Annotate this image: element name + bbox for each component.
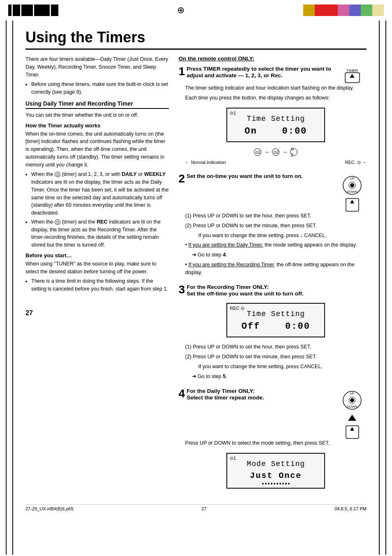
svg-point-6	[350, 183, 354, 187]
display-line1-step3: Time Setting	[232, 309, 319, 320]
step-3-text: For the Recording Timer ONLY:Set the off…	[187, 284, 367, 297]
black-block-1	[8, 5, 12, 16]
display-line1-step1: Time Setting	[232, 113, 319, 125]
timer-button-svg: TIMER	[343, 66, 362, 84]
footer-center: 27	[201, 506, 206, 511]
color-block-red1	[315, 5, 326, 16]
footer-right: 04.8.5, 6:17 PM	[334, 506, 367, 511]
page-footer: 27-29_UX-HB4(B)6.p65 27 04.8.5, 6:17 PM	[25, 504, 367, 513]
page-title: Using the Timers	[25, 29, 367, 50]
rec-label: REC. ⊙ →	[345, 159, 367, 166]
color-blocks-right	[303, 5, 384, 16]
circle-1: ⊙1	[254, 148, 261, 156]
step-3-cancel: If you want to change the time setting, …	[198, 363, 367, 371]
circle-2: ⊙2	[272, 148, 279, 156]
normal-indication-label: ← Normal indication	[185, 159, 226, 166]
arrow-2: →	[282, 148, 288, 157]
step-2-goto4: ➔ Go to step 4.	[192, 251, 367, 259]
step-1-header: 1 Press TIMER repeatedly to select the t…	[179, 66, 367, 84]
step-1-icon: TIMER	[338, 66, 367, 84]
step-4-header: 4 For the Daily Timer ONLY:Select the ti…	[179, 388, 367, 439]
sub2-para: When using "TUNER" as the source to play…	[25, 260, 169, 276]
sub2-bullet: There is a time limit in doing the follo…	[31, 277, 169, 293]
down-arrow-svg	[346, 413, 358, 425]
display-line1-step4: Mode Setting	[232, 459, 319, 470]
step-3-body: REC ⊙ Time Setting Off 0:00 (1) Press UP…	[185, 300, 367, 380]
black-block-5	[51, 5, 58, 16]
step-1-arrow-seq: ⊙1 → ⊙2 → ⊙ 3	[185, 148, 367, 157]
footer-left: 27-29_UX-HB4(B)6.p65	[25, 506, 74, 511]
step-2-number: 2	[179, 173, 185, 185]
display-indicator-4: ⊙1	[230, 455, 236, 462]
step-4-title: For the Daily Timer ONLY:Select the time…	[187, 388, 264, 401]
color-block-blue	[349, 5, 361, 16]
compass-center: ⊕	[58, 5, 303, 16]
daily-bullet-2: When the ⊙ (timer) and the REC indicator…	[31, 218, 169, 249]
step-1-display: ⊙1 Time Setting On 0:00	[226, 108, 325, 142]
step-2-header: 2 Set the on-time you want the unit to t…	[179, 173, 367, 212]
step-2-title: Set the on-time you want the unit to tur…	[187, 173, 303, 179]
step-2-body: (1) Press UP or DOWN to set the hour, th…	[185, 212, 367, 276]
step-1-number: 1	[179, 66, 185, 77]
step-2-text: Set the on-time you want the unit to tur…	[187, 173, 334, 180]
step-2-bullet2: • If you are setting the Recording Timer…	[185, 261, 367, 277]
step-2-item-2: (2) Press UP or DOWN to set the minute, …	[185, 222, 367, 230]
intro-paragraph: There are four timers available—Daily Ti…	[25, 55, 169, 78]
black-blocks-left	[8, 5, 58, 16]
color-block-pink	[338, 5, 349, 16]
set-svg-step2	[345, 198, 360, 212]
daily-bullet-1: When the ⊙ (timer) and 1, 2, 3, or with …	[31, 171, 169, 217]
dial-svg-step4: UP DOWN	[340, 388, 364, 413]
step-2-cancel: If you want to change the time setting, …	[198, 232, 367, 240]
step-4-text: For the Daily Timer ONLY:Select the time…	[187, 388, 334, 401]
page-number: 27	[25, 309, 169, 317]
step-1-body-1: The timer setting indicator and hour ind…	[185, 84, 367, 92]
color-block-lightyellow	[372, 5, 384, 16]
step-3-item-1: (1) Press UP or DOWN to set the hour, th…	[185, 343, 367, 351]
step-2-item-1: (1) Press UP or DOWN to set the hour, th…	[185, 212, 367, 220]
sub-heading-1: How the Timer actually works	[25, 122, 169, 129]
step-2-icon: UP DOWN	[338, 173, 367, 212]
top-bar: ⊕	[0, 0, 392, 21]
color-block-red2	[326, 5, 338, 16]
step-1-body-2: Each time you press the button, the disp…	[185, 94, 367, 102]
display-indicator-3: REC ⊙	[230, 305, 244, 312]
right-column: On the remote control ONLY: 1 Press TIME…	[179, 55, 367, 500]
arrow-1: →	[264, 148, 270, 157]
step-4-body-text: Press UP or DOWN to select the mode sett…	[185, 439, 367, 447]
two-col-layout: There are four timers available—Daily Ti…	[25, 55, 367, 500]
step-3-item-2: (2) Press UP or DOWN to set the minute, …	[185, 353, 367, 361]
step-1-block: 1 Press TIMER repeatedly to select the t…	[179, 66, 367, 167]
svg-text:UP: UP	[350, 392, 354, 395]
sub1-para: When the on-time comes, the unit automat…	[25, 130, 169, 169]
page-outer: Using the Timers There are four timers a…	[12, 21, 380, 555]
daily-para1: You can set the timer whether the unit i…	[25, 111, 169, 119]
black-block-4	[34, 5, 50, 16]
set-svg-step4	[345, 425, 360, 439]
color-block-green	[361, 5, 372, 16]
display-line2-step1: On 0:00	[232, 125, 319, 138]
svg-marker-13	[348, 415, 356, 421]
dial-svg-step2: UP DOWN	[340, 173, 364, 198]
step-1-text: Press TIMER repeatedly to select the tim…	[187, 66, 334, 79]
svg-text:TIMER: TIMER	[346, 69, 358, 73]
step-2-bullet1: • If you are setting the Daily Timer, th…	[185, 241, 367, 249]
step-3-display: REC ⊙ Time Setting Off 0:00	[226, 303, 325, 337]
step-1-body: The timer setting indicator and hour ind…	[185, 84, 367, 166]
step-4-body: Press UP or DOWN to select the mode sett…	[185, 439, 367, 492]
section-heading-daily: Using Daily Timer and Recording Timer	[25, 100, 169, 109]
step-3-number: 3	[179, 284, 185, 295]
dot-row	[232, 483, 319, 484]
step-4-block: 4 For the Daily Timer ONLY:Select the ti…	[179, 388, 367, 494]
compass-icon: ⊕	[177, 5, 184, 16]
step-1-title: Press TIMER repeatedly to select the tim…	[187, 66, 331, 78]
step-3-header: 3 For the Recording Timer ONLY:Set the o…	[179, 284, 367, 297]
step-4-number: 4	[179, 388, 185, 399]
color-block-yellow	[303, 5, 315, 16]
intro-bullet: Before using these timers, make sure the…	[31, 81, 169, 96]
step-3-block: 3 For the Recording Timer ONLY:Set the o…	[179, 284, 367, 382]
svg-text:UP: UP	[350, 177, 354, 180]
sub-heading-2: Before you start…	[25, 252, 169, 258]
circle-3: ⊙ 3	[290, 148, 297, 156]
svg-point-12	[350, 398, 354, 402]
